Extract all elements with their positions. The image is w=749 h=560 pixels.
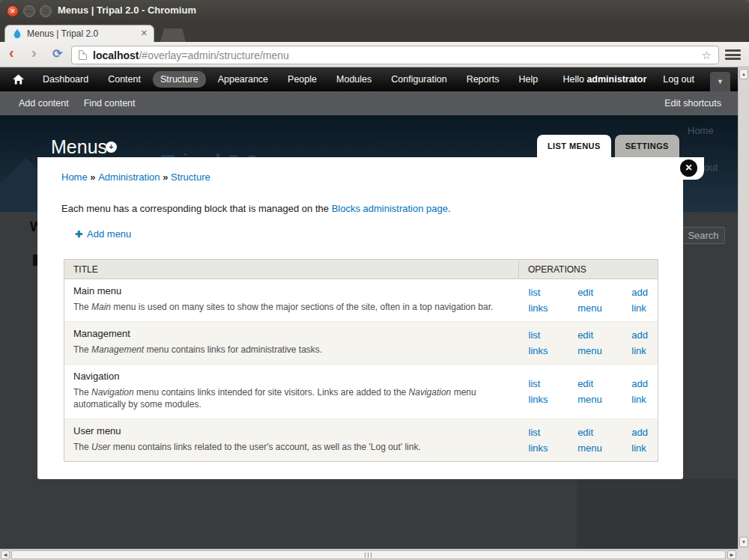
list-links-link[interactable]: listlinks [529,376,548,407]
overlay-panel: ✕ Home » Administration » Structure Each… [37,157,683,479]
browser-window: ✕ — ▢ Menus | Tripal 2.0 - Chromium Menu… [0,0,749,560]
page-icon [79,50,87,60]
shortcut-items: Add contentFind content [19,91,136,115]
site-nav-home-link[interactable]: Home [688,125,714,136]
menu-description: The Management menu contains links for a… [73,344,510,356]
edit-menu-link[interactable]: editmenu [577,284,602,316]
table-row: NavigationThe Navigation menu contains l… [64,364,658,419]
toolbar-toggle-button[interactable]: ▼ [710,72,730,91]
drupal-favicon-icon [12,28,22,39]
contextual-links-icon[interactable]: + [106,141,117,153]
list-links-link[interactable]: listlinks [529,327,548,359]
overlay-tabs: LIST MENUSSETTINGS [537,135,679,157]
reload-icon[interactable]: ⟳ [52,46,62,61]
scroll-down-icon[interactable]: ▼ [739,537,748,547]
browser-menu-icon[interactable] [725,49,741,60]
admin-item-people[interactable]: People [280,71,324,88]
admin-item-appearance[interactable]: Appearance [210,71,276,88]
shortcut-find-content[interactable]: Find content [84,98,136,109]
url-path: /#overlay=admin/structure/menu [139,49,288,61]
add-link-link[interactable]: addlink [631,327,648,359]
admin-item-help[interactable]: Help [511,71,545,88]
plus-icon: ✚ [75,229,82,240]
overlay-tab-list-menus[interactable]: LIST MENUS [537,135,611,157]
breadcrumb-home[interactable]: Home [61,171,88,183]
scrollbar-grip [365,553,372,558]
add-menu-action: ✚Add menu [75,228,131,240]
user-greeting: Hello administrator [562,74,646,85]
home-icon[interactable] [13,74,24,85]
list-links-link[interactable]: listlinks [529,284,548,316]
blocks-admin-link[interactable]: Blocks administration page [332,203,448,214]
admin-item-dashboard[interactable]: Dashboard [35,71,96,88]
edit-shortcuts-link[interactable]: Edit shortcuts [664,98,721,109]
menu-title: Navigation [73,371,510,382]
vertical-scrollbar[interactable]: ▲ ▼ [738,67,749,549]
list-links-link[interactable]: listlinks [529,424,548,456]
shortcut-add-content[interactable]: Add content [19,98,69,109]
back-icon[interactable]: ‹ [9,44,14,61]
logout-link[interactable]: Log out [663,74,694,85]
table-row: Main menuThe Main menu is used on many s… [64,279,658,322]
admin-item-content[interactable]: Content [100,71,148,88]
window-titlebar: ✕ — ▢ Menus | Tripal 2.0 - Chromium [0,0,749,22]
window-maximize-icon[interactable]: ▢ [40,5,52,17]
breadcrumb-separator: » [160,171,171,183]
page-title: Menus [51,136,107,158]
horizontal-scrollbar[interactable]: ◀ ▶ [0,549,738,560]
username: administrator [586,74,646,85]
menu-title: Main menu [73,285,510,296]
edit-menu-link[interactable]: editmenu [577,327,602,359]
admin-item-modules[interactable]: Modules [329,71,379,88]
menu-description: The Navigation menu contains links inten… [73,386,510,412]
admin-item-configuration[interactable]: Configuration [383,71,454,88]
overlay-close-notch: ✕ [673,157,704,180]
add-link-link[interactable]: addlink [631,424,648,456]
breadcrumb-structure[interactable]: Structure [171,171,210,183]
add-link-link[interactable]: addlink [631,284,648,316]
scroll-right-icon[interactable]: ▶ [727,550,736,559]
page-content: DashboardContentStructureAppearancePeopl… [0,67,738,549]
table-header-row: TITLE OPERATIONS [64,260,658,279]
browser-tab[interactable]: Menus | Tripal 2.0 ✕ [4,25,154,42]
search-button[interactable]: Search [682,227,725,244]
breadcrumb-administration[interactable]: Administration [98,171,160,183]
new-tab-button[interactable] [160,28,186,42]
scrollbar-corner [738,549,749,560]
window-title: Menus | Tripal 2.0 - Chromium [58,4,196,16]
breadcrumb-separator: » [88,171,98,183]
partial-link-text: out [704,162,718,173]
tab-strip: Menus | Tripal 2.0 ✕ [0,22,749,42]
menu-description: The User menu contains links related to … [73,441,510,454]
add-menu-link[interactable]: Add menu [87,228,131,240]
shortcut-bar: Add contentFind content Edit shortcuts [0,91,738,115]
url-text[interactable]: localhost/#overlay=admin/structure/menu [93,49,289,61]
scroll-up-icon[interactable]: ▲ [739,69,748,79]
chevron-down-icon: ▼ [717,78,724,85]
edit-menu-link[interactable]: editmenu [577,424,602,456]
add-link-link[interactable]: addlink [631,376,648,407]
horizontal-scrollbar-thumb[interactable] [11,550,726,559]
bookmark-star-icon[interactable]: ☆ [702,49,712,62]
address-bar[interactable]: localhost/#overlay=admin/structure/menu … [71,46,719,64]
admin-toolbar: DashboardContentStructureAppearancePeopl… [0,67,738,91]
admin-item-reports[interactable]: Reports [459,71,507,88]
window-close-icon[interactable]: ✕ [7,5,19,17]
table-row: ManagementThe Management menu contains l… [64,321,658,364]
column-header-title: TITLE [64,260,519,279]
intro-prefix: Each menu has a corresponding block that… [61,203,332,214]
window-minimize-icon[interactable]: — [23,5,35,17]
edit-menu-link[interactable]: editmenu [577,376,602,407]
intro-suffix: . [448,203,451,214]
column-header-operations: OPERATIONS [519,260,658,279]
scroll-left-icon[interactable]: ◀ [1,550,10,559]
tab-close-icon[interactable]: ✕ [141,28,148,38]
overlay-close-icon[interactable]: ✕ [680,159,697,177]
menus-table: TITLE OPERATIONS Main menuThe Main menu … [64,259,658,462]
overlay-tab-settings[interactable]: SETTINGS [615,135,679,157]
admin-toolbar-right: Hello administrator Log out [562,67,694,91]
admin-menu: DashboardContentStructureAppearancePeopl… [33,67,548,91]
breadcrumb: Home » Administration » Structure [61,171,210,183]
forward-icon[interactable]: › [31,44,37,61]
admin-item-structure[interactable]: Structure [153,71,206,88]
